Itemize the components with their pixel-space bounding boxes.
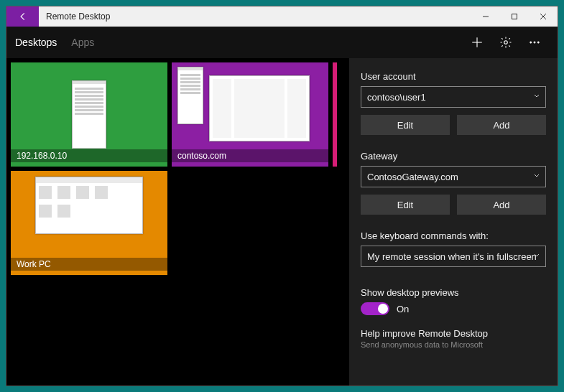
user-account-edit-button[interactable]: Edit bbox=[361, 115, 450, 135]
svg-point-7 bbox=[530, 42, 532, 43]
more-button[interactable] bbox=[520, 27, 549, 58]
maximize-icon bbox=[511, 13, 518, 20]
command-bar: Desktops Apps bbox=[6, 27, 558, 58]
settings-panel: User account contoso\user1 Edit Add Gate… bbox=[349, 58, 558, 386]
feedback-subtitle: Send anonymous data to Microsoft bbox=[361, 340, 546, 349]
keyboard-commands-value: My remote session when it's in fullscree… bbox=[367, 251, 537, 262]
app-window: Remote Desktop Desktops Apps bbox=[6, 6, 558, 386]
title-bar: Remote Desktop bbox=[6, 6, 558, 27]
preview-window bbox=[177, 67, 203, 124]
ellipsis-icon bbox=[528, 36, 541, 49]
title-spacer bbox=[117, 6, 471, 27]
maximize-button[interactable] bbox=[500, 6, 529, 27]
content-area: 192.168.0.10 contoso.com bbox=[6, 58, 558, 386]
desktop-tile-label: 192.168.0.10 bbox=[11, 149, 167, 162]
close-button[interactable] bbox=[529, 6, 558, 27]
show-previews-row: On bbox=[361, 302, 546, 315]
gateway-value: ContosoGateway.com bbox=[367, 172, 458, 182]
desktop-tile[interactable]: contoso.com bbox=[172, 62, 328, 167]
plus-icon bbox=[471, 36, 484, 49]
svg-rect-1 bbox=[512, 14, 517, 19]
settings-button[interactable] bbox=[491, 27, 520, 58]
desktop-tile-label: Work PC bbox=[11, 258, 167, 271]
desktop-tile-label: contoso.com bbox=[172, 149, 328, 162]
chevron-down-icon bbox=[532, 172, 541, 182]
show-previews-toggle[interactable] bbox=[361, 302, 389, 315]
user-account-add-button[interactable]: Add bbox=[457, 115, 546, 135]
svg-point-8 bbox=[534, 42, 535, 43]
back-button[interactable] bbox=[6, 6, 39, 27]
chevron-down-icon bbox=[532, 92, 541, 103]
feedback-title: Help improve Remote Desktop bbox=[361, 328, 546, 339]
add-button[interactable] bbox=[463, 27, 491, 58]
keyboard-commands-label: Use keyboard commands with: bbox=[361, 230, 546, 241]
preview-window bbox=[35, 177, 143, 234]
user-account-label: User account bbox=[361, 71, 546, 82]
toggle-knob bbox=[378, 304, 388, 314]
gateway-label: Gateway bbox=[361, 151, 546, 162]
user-account-buttons: Edit Add bbox=[361, 115, 546, 135]
desktop-tile-partial[interactable] bbox=[333, 62, 337, 167]
desktop-tile[interactable]: 192.168.0.10 bbox=[11, 62, 167, 167]
preview-window bbox=[209, 75, 310, 141]
show-previews-state: On bbox=[397, 304, 409, 314]
preview-window bbox=[72, 80, 106, 149]
tab-apps[interactable]: Apps bbox=[71, 37, 94, 48]
gateway-edit-button[interactable]: Edit bbox=[361, 195, 450, 215]
svg-point-9 bbox=[537, 42, 539, 43]
window-title: Remote Desktop bbox=[39, 6, 117, 27]
desktop-tile[interactable]: Work PC bbox=[11, 171, 167, 275]
user-account-value: contoso\user1 bbox=[367, 92, 426, 103]
close-icon bbox=[540, 13, 547, 20]
desktop-grid: 192.168.0.10 contoso.com bbox=[6, 58, 349, 386]
gateway-buttons: Edit Add bbox=[361, 195, 546, 215]
keyboard-commands-select[interactable]: My remote session when it's in fullscree… bbox=[361, 246, 546, 267]
gear-icon bbox=[499, 36, 512, 49]
chevron-down-icon bbox=[532, 251, 541, 262]
minimize-button[interactable] bbox=[471, 6, 500, 27]
minimize-icon bbox=[482, 13, 489, 20]
gateway-select[interactable]: ContosoGateway.com bbox=[361, 166, 546, 187]
user-account-select[interactable]: contoso\user1 bbox=[361, 86, 546, 108]
show-previews-label: Show desktop previews bbox=[361, 287, 546, 298]
gateway-add-button[interactable]: Add bbox=[457, 195, 546, 215]
arrow-left-icon bbox=[18, 11, 28, 22]
svg-point-6 bbox=[504, 41, 508, 45]
tab-desktops[interactable]: Desktops bbox=[15, 37, 57, 48]
